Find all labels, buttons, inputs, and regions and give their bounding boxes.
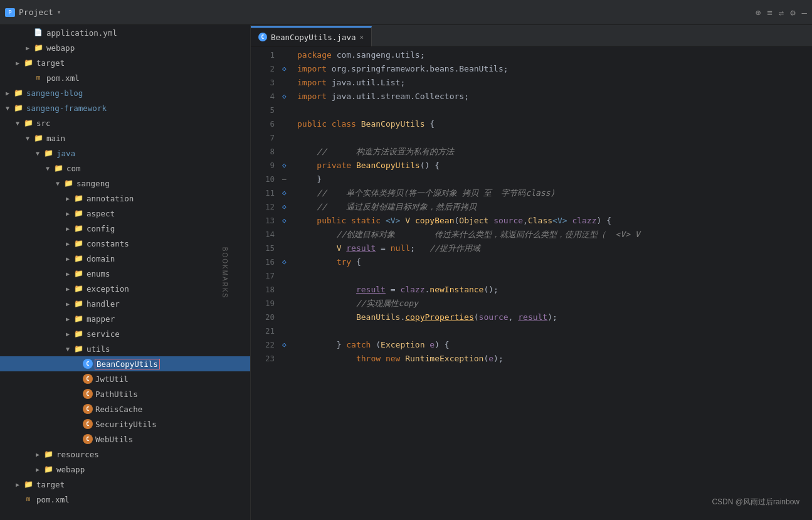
arrow-handler: ▶ [63, 300, 73, 307]
sidebar-item-src[interactable]: ▼ 📁 src [0, 115, 250, 130]
sidebar-item-main[interactable]: ▼ 📁 main [0, 130, 250, 146]
sidebar-item-annotation[interactable]: ▶ 📁 annotation [0, 191, 250, 206]
sidebar[interactable]: 📄 application.yml ▶ 📁 webapp ▶ 📁 target … [0, 25, 251, 520]
folder-java-icon: 📁 [43, 147, 54, 159]
label-main: main [46, 134, 65, 143]
folder-constants-icon: 📁 [73, 238, 84, 249]
code-line-15: V result = null; //提升作用域 [295, 241, 812, 255]
java-WebUtils-icon: C [83, 434, 93, 444]
sidebar-item-sangeng-blog[interactable]: ▶ 📁 sangeng-blog [0, 85, 250, 100]
arrow-exception: ▶ [63, 285, 73, 292]
sidebar-item-handler[interactable]: ▶ 📁 handler [0, 296, 250, 311]
java-JwtUtil-icon: C [83, 374, 93, 384]
label-mapper: mapper [87, 314, 115, 324]
arrow-com: ▼ [43, 165, 53, 172]
sidebar-item-com[interactable]: ▼ 📁 com [0, 161, 250, 176]
arrow-sangeng: ▼ [53, 180, 63, 187]
tab-BeanCopyUtils[interactable]: C BeanCopyUtils.java × [251, 26, 372, 46]
gutter: ◇ ◇ ◇ — ◇ ◇ ◇ ◇ ◇ [282, 47, 295, 520]
code-line-2: import org.springframework.beans.BeanUti… [295, 62, 812, 76]
sidebar-item-resources[interactable]: ▶ 📁 resources [0, 447, 250, 462]
folder-annotation-icon: 📁 [73, 193, 84, 204]
label-constants: constants [87, 239, 129, 248]
arrow-webapp1: ▶ [23, 45, 33, 51]
sidebar-item-aspect[interactable]: ▶ 📁 aspect [0, 206, 250, 221]
sidebar-item-webapp1[interactable]: ▶ 📁 webapp [0, 40, 250, 55]
code-line-5 [295, 103, 812, 117]
line-numbers: 1 2 3 4 5 6 7 8 9 10 11 12 13 14 15 16 1… [251, 47, 282, 520]
folder-target2-icon: 📁 [23, 479, 34, 490]
code-line-22: } catch (Exception e) { [295, 338, 812, 352]
sidebar-item-constants[interactable]: ▶ 📁 constants [0, 236, 250, 251]
sidebar-item-webapp2[interactable]: ▶ 📁 webapp [0, 462, 250, 477]
folder-config-icon: 📁 [73, 223, 84, 234]
code-line-7 [295, 131, 812, 145]
bookmarks-label: BOOKMARKS [221, 247, 228, 298]
sidebar-item-utils[interactable]: ▼ 📁 utils [0, 341, 250, 356]
label-WebUtils: WebUtils [95, 435, 133, 444]
folder-main-icon: 📁 [33, 132, 44, 144]
project-dropdown-icon[interactable]: ▾ [57, 8, 61, 16]
settings-icon[interactable]: ⚙ [790, 8, 795, 18]
sidebar-item-pom2[interactable]: m pom.xml [0, 492, 250, 507]
java-RedisCache-icon: C [83, 404, 93, 414]
sidebar-item-mapper[interactable]: ▶ 📁 mapper [0, 311, 250, 326]
sidebar-item-enums[interactable]: ▶ 📁 enums [0, 266, 250, 281]
sidebar-item-java[interactable]: ▼ 📁 java [0, 146, 250, 161]
sidebar-item-service[interactable]: ▶ 📁 service [0, 326, 250, 341]
folder-webapp1-icon: 📁 [33, 42, 44, 53]
sidebar-item-config[interactable]: ▶ 📁 config [0, 221, 250, 236]
label-config: config [87, 224, 115, 233]
label-aspect: aspect [87, 209, 115, 218]
top-bar-icons: ⊕ ≡ ⇌ ⚙ — [756, 8, 807, 18]
label-service: service [87, 329, 120, 339]
code-line-17 [295, 269, 812, 283]
top-bar: P Project ▾ ⊕ ≡ ⇌ ⚙ — [0, 0, 812, 25]
arrow-utils: ▼ [63, 346, 73, 353]
minimize-icon[interactable]: — [802, 8, 807, 18]
code-line-4: import java.util.stream.Collectors; [295, 90, 812, 103]
sidebar-item-application-yml[interactable]: 📄 application.yml [0, 25, 250, 40]
label-PathUtils: PathUtils [95, 390, 138, 399]
folder-sangeng-icon: 📁 [63, 178, 74, 189]
folder-domain-icon: 📁 [73, 253, 84, 264]
arrow-aspect: ▶ [63, 210, 73, 217]
sidebar-item-target1[interactable]: ▶ 📁 target [0, 55, 250, 70]
sidebar-item-PathUtils[interactable]: C PathUtils [0, 386, 250, 401]
sidebar-item-SecurityUtils[interactable]: C SecurityUtils [0, 417, 250, 432]
sidebar-item-RedisCache[interactable]: C RedisCache [0, 401, 250, 417]
sidebar-item-WebUtils[interactable]: C WebUtils [0, 432, 250, 447]
label-target2: target [36, 480, 65, 489]
label-sangeng-blog: sangeng-blog [26, 88, 83, 98]
sidebar-item-target2[interactable]: ▶ 📁 target [0, 477, 250, 492]
label-JwtUtil: JwtUtil [95, 374, 129, 384]
label-handler: handler [87, 299, 120, 309]
sidebar-item-domain[interactable]: ▶ 📁 domain [0, 251, 250, 266]
sidebar-item-BeanCopyUtils[interactable]: C BeanCopyUtils [0, 356, 250, 371]
label-sangeng: sangeng [76, 179, 110, 188]
label-enums: enums [87, 269, 110, 279]
sidebar-item-JwtUtil[interactable]: C JwtUtil [0, 371, 250, 386]
tab-close-icon[interactable]: × [359, 33, 364, 41]
folder-com-icon: 📁 [53, 162, 64, 174]
xml-pom2-icon: m [23, 494, 34, 505]
code-line-3: import java.util.List; [295, 76, 812, 90]
arrow-enums: ▶ [63, 270, 73, 277]
sidebar-item-sangeng-framework[interactable]: ▼ 📁 sangeng-framework [0, 100, 250, 115]
sidebar-item-sangeng[interactable]: ▼ 📁 sangeng [0, 176, 250, 191]
tab-java-icon: C [258, 33, 267, 41]
code-lines[interactable]: package com.sangeng.utils; import org.sp… [295, 47, 812, 520]
label-com: com [66, 164, 81, 173]
sidebar-item-pom1[interactable]: m pom.xml [0, 70, 250, 85]
collapse-icon[interactable]: ⇌ [779, 8, 784, 18]
editor-content[interactable]: 1 2 3 4 5 6 7 8 9 10 11 12 13 14 15 16 1… [251, 47, 812, 520]
folder-handler-icon: 📁 [73, 298, 84, 309]
arrow-domain: ▶ [63, 255, 73, 262]
expand-icon[interactable]: ≡ [767, 8, 772, 18]
arrow-target2: ▶ [13, 481, 23, 488]
label-annotation: annotation [87, 194, 134, 203]
label-target1: target [36, 58, 65, 68]
code-line-14: //创建目标对象 传过来什么类型，就返回什么类型，使用泛型（ <V> V [295, 228, 812, 241]
sidebar-item-exception[interactable]: ▶ 📁 exception [0, 281, 250, 296]
locate-icon[interactable]: ⊕ [756, 8, 761, 18]
